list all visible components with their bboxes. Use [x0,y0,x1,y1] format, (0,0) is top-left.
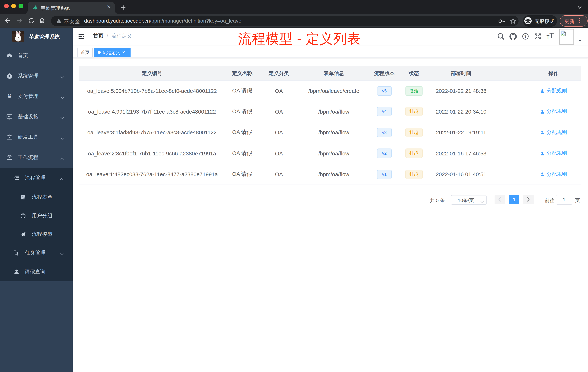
svg-text:?: ? [524,34,527,39]
